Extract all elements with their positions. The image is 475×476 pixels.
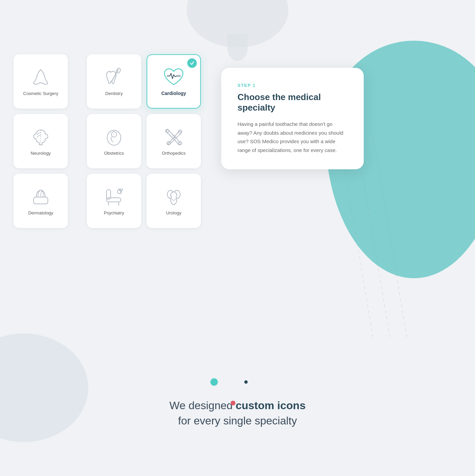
psychiatry-label: Psychiatry (104, 210, 124, 215)
step-info-card: STEP 1 Choose the medical specialty Havi… (221, 68, 364, 169)
brain-icon (29, 127, 53, 147)
check-badge (187, 58, 197, 68)
orthopedics-label: Orthopedics (162, 151, 186, 156)
step-label: STEP 1 (238, 83, 347, 88)
specialty-card-cosmetic-surgery[interactable]: Cosmetic Surgery (14, 54, 68, 109)
bottom-text-normal: We designed (169, 399, 235, 412)
cardiology-label: Cardiology (161, 91, 186, 96)
svg-rect-17 (107, 198, 121, 202)
svg-rect-15 (34, 197, 48, 204)
bottom-text: We designed custom icons for every singl… (169, 398, 305, 429)
cosmetic-surgery-label: Cosmetic Surgery (23, 91, 58, 96)
specialty-card-obstetrics[interactable]: Obstetrics (87, 114, 141, 168)
chair-icon (102, 187, 126, 207)
specialty-card-urology[interactable]: Urology (147, 174, 201, 228)
svg-point-8 (113, 133, 114, 134)
step-description: Having a painful toothache that doesn't … (238, 120, 347, 154)
baby-icon (102, 127, 126, 147)
neurology-label: Neurology (31, 151, 51, 156)
dot-teal (210, 378, 218, 386)
bottom-text-suffix: for every single specialty (178, 415, 297, 427)
bottom-section: We designed custom icons for every singl… (0, 378, 475, 429)
nose-icon (29, 67, 53, 88)
specialty-grid: Cosmetic Surgery Dentistry (27, 54, 201, 228)
svg-point-7 (111, 132, 117, 137)
specialty-card-dentistry[interactable]: Dentistry (87, 54, 141, 109)
svg-point-6 (107, 130, 121, 145)
heart-icon (162, 67, 186, 87)
dentistry-label: Dentistry (105, 91, 122, 96)
specialty-card-cardiology[interactable]: Cardiology (147, 54, 201, 109)
kidney-icon (162, 187, 186, 207)
bottom-decorative-dots (204, 378, 271, 388)
specialty-card-dermatology[interactable]: Dermatology (14, 174, 68, 228)
skin-icon (29, 187, 53, 207)
dermatology-label: Dermatology (28, 210, 53, 215)
tooth-icon (102, 67, 126, 88)
bottom-text-bold: custom icons (235, 399, 305, 412)
specialty-card-orthopedics[interactable]: Orthopedics (147, 114, 201, 168)
bone-icon (162, 127, 186, 147)
main-content: Cosmetic Surgery Dentistry (0, 0, 475, 228)
dot-dark (244, 380, 248, 384)
step-title: Choose the medical specialty (238, 92, 347, 113)
specialty-card-psychiatry[interactable]: Psychiatry (87, 174, 141, 228)
svg-rect-4 (116, 68, 121, 73)
urology-label: Urology (166, 210, 182, 215)
specialty-card-neurology[interactable]: Neurology (14, 114, 68, 168)
obstetrics-label: Obstetrics (104, 151, 124, 156)
